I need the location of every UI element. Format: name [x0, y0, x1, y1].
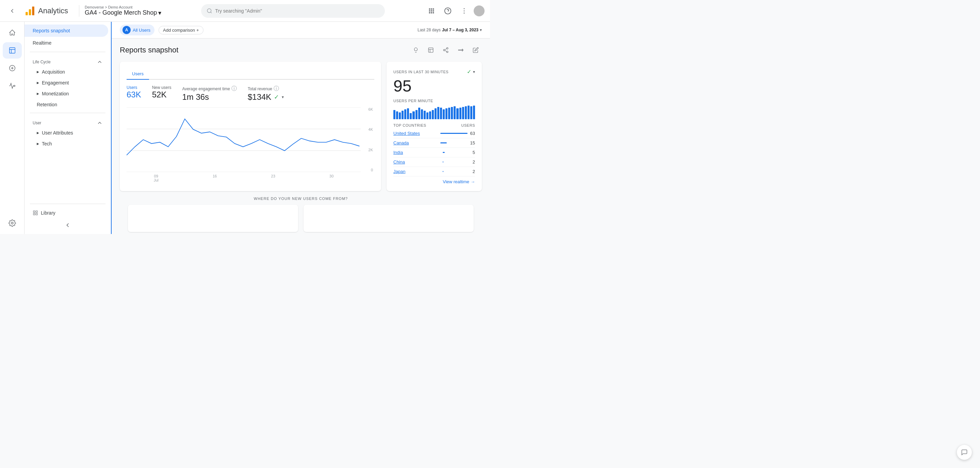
chevron-right-icon: ▶ [37, 131, 39, 134]
edit-chart-icon [428, 47, 434, 53]
x-label-09: 09 Jul [154, 174, 159, 182]
date-prefix: Last 28 days [417, 27, 441, 32]
compare-button[interactable] [455, 44, 467, 56]
user-section-header[interactable]: User [24, 116, 111, 128]
help-icon [444, 7, 452, 14]
search-bar[interactable] [201, 4, 385, 18]
add-comparison-button[interactable]: Add comparison + [159, 26, 204, 34]
svg-rect-16 [33, 213, 35, 215]
revenue-dropdown[interactable]: ▾ [282, 95, 284, 99]
x-label-30: 30 [329, 174, 334, 182]
sidebar-item-retention[interactable]: Retention [24, 99, 108, 110]
sidebar-item-library[interactable]: Library [24, 207, 108, 219]
mini-bar [401, 111, 404, 119]
sidebar-item-monetization[interactable]: ▶ Monetization [24, 88, 108, 99]
user-section-label: User [33, 121, 41, 125]
segment-name: All Users [133, 27, 150, 33]
explore-icon [8, 64, 16, 72]
mini-bar [440, 108, 442, 119]
apps-button[interactable] [425, 4, 438, 18]
sidebar-sub-label: User Attributes [42, 130, 73, 136]
sidebar-divider-2 [30, 113, 105, 113]
metric-users: Users 63K [127, 85, 141, 102]
x-label-23: 23 [271, 174, 275, 182]
nav-reports[interactable] [3, 42, 22, 59]
nav-advertising[interactable] [3, 78, 22, 94]
avatar[interactable] [474, 5, 485, 16]
chart-x-labels: 09 Jul 16 23 30 [127, 174, 361, 182]
metric-avg-engagement: Average engagement time ⓘ 1m 36s [182, 85, 237, 102]
sidebar-item-acquisition[interactable]: ▶ Acquisition [24, 66, 108, 77]
app-body: Reports snapshot Realtime Life Cycle ▶ A… [0, 22, 490, 234]
view-realtime-link[interactable]: View realtime → [393, 179, 475, 184]
country-bar-wrapper [443, 152, 470, 153]
countries-table: TOP COUNTRIES USERS United States 63 Can… [393, 123, 475, 176]
sidebar-item-reports-snapshot[interactable]: Reports snapshot [24, 24, 108, 37]
metric-total-revenue-value: $134K [248, 92, 271, 102]
share-button[interactable] [440, 44, 452, 56]
country-users: 15 [470, 141, 475, 145]
reports-actions [410, 44, 482, 56]
svg-point-7 [464, 10, 465, 11]
collapse-icon [64, 222, 71, 228]
mini-bar [429, 111, 431, 119]
info-icon-revenue[interactable]: ⓘ [274, 85, 279, 92]
country-bar-wrapper [443, 161, 470, 163]
country-row: United States 63 [393, 129, 475, 138]
metric-avg-engagement-value: 1m 36s [182, 92, 237, 102]
app-title: Analytics [38, 6, 68, 15]
lightbulb-button[interactable] [410, 44, 422, 56]
country-bar [443, 171, 443, 172]
sidebar-item-engagement[interactable]: ▶ Engagement [24, 77, 108, 88]
date-range-selector[interactable]: Last 28 days Jul 7 – Aug 3, 2023 ▾ [417, 27, 482, 32]
info-icon-engagement[interactable]: ⓘ [231, 85, 237, 92]
nav-settings[interactable] [3, 215, 22, 231]
cards-row: Users Users 63K New users 52K [120, 62, 482, 191]
tab-users[interactable]: Users [127, 69, 149, 80]
nav-explore[interactable] [3, 60, 22, 76]
all-users-segment[interactable]: A All Users [120, 24, 154, 35]
mini-bar [426, 112, 428, 119]
country-name[interactable]: China [393, 160, 440, 165]
search-input[interactable] [215, 8, 379, 14]
sidebar-divider-1 [30, 52, 105, 52]
country-name[interactable]: India [393, 150, 440, 155]
sidebar-sub-label: Tech [42, 141, 52, 147]
svg-rect-2 [32, 6, 34, 15]
sidebar-item-user-attributes[interactable]: ▶ User Attributes [24, 128, 108, 138]
back-button[interactable] [5, 4, 19, 18]
mini-bars [393, 105, 475, 119]
realtime-check-icon: ✓ [467, 69, 472, 75]
metric-new-users: New users 52K [152, 85, 172, 102]
sidebar-collapse-button[interactable] [24, 219, 111, 231]
nav-home[interactable] [3, 24, 22, 41]
sidebar-item-tech[interactable]: ▶ Tech [24, 138, 108, 149]
country-bar [440, 142, 447, 144]
realtime-dropdown[interactable]: ▾ [473, 69, 476, 74]
mini-bar [404, 109, 406, 119]
chevron-right-icon: ▶ [37, 81, 39, 85]
main-chart-card: Users Users 63K New users 52K [120, 62, 381, 191]
sidebar-item-label: Realtime [33, 40, 51, 46]
country-name[interactable]: Japan [393, 169, 440, 174]
more-button[interactable] [457, 4, 471, 18]
metric-total-revenue: Total revenue ⓘ $134K ✓ ▾ [248, 85, 284, 102]
edit-chart-button[interactable] [425, 44, 437, 56]
svg-point-11 [14, 85, 15, 86]
pencil-button[interactable] [469, 44, 482, 56]
country-name[interactable]: United States [393, 131, 438, 136]
country-row: Japan 2 [393, 167, 475, 176]
sidebar-sub-label: Monetization [42, 91, 69, 96]
mini-bar [410, 113, 412, 119]
header: Analytics Demoverse > Demo Account GA4 -… [0, 0, 490, 22]
reports-header: Reports snapshot [120, 44, 482, 56]
life-cycle-section-header[interactable]: Life Cycle [24, 55, 111, 66]
country-row: Canada 15 [393, 138, 475, 148]
help-button[interactable] [441, 4, 455, 18]
account-selector[interactable]: GA4 - Google Merch Shop ▾ [85, 9, 161, 17]
search-icon [207, 8, 212, 14]
country-row: China 2 [393, 157, 475, 167]
sidebar-item-realtime[interactable]: Realtime [24, 37, 108, 49]
mini-bar [418, 108, 420, 119]
country-name[interactable]: Canada [393, 141, 438, 145]
